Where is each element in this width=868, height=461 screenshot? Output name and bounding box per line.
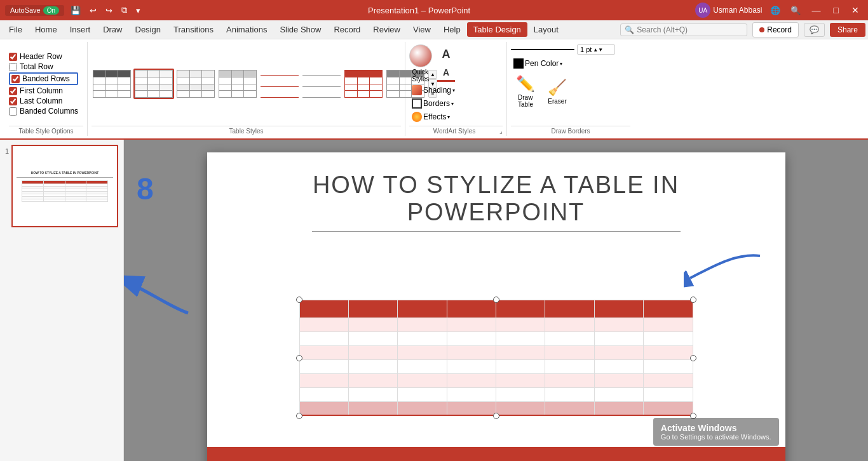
first-column-checkbox[interactable] bbox=[9, 87, 17, 95]
language-btn[interactable]: 🌐 bbox=[768, 4, 783, 17]
close-button[interactable]: ✕ bbox=[848, 4, 863, 17]
wordart-expand[interactable]: ⌟ bbox=[499, 128, 503, 135]
menu-file[interactable]: File bbox=[3, 22, 29, 37]
table-cell bbox=[545, 359, 594, 373]
table-style-4[interactable] bbox=[217, 69, 258, 99]
table-cell bbox=[594, 331, 643, 345]
table-cell bbox=[398, 300, 447, 317]
effects-icon bbox=[412, 112, 422, 122]
table-row bbox=[299, 359, 693, 373]
menu-table-design[interactable]: Table Design bbox=[467, 22, 527, 37]
menu-design[interactable]: Design bbox=[129, 22, 167, 37]
handle-middle-right[interactable] bbox=[690, 355, 696, 361]
banded-columns-checkbox[interactable] bbox=[9, 107, 17, 116]
table-cell bbox=[299, 345, 348, 359]
handle-bottom-left[interactable] bbox=[296, 413, 302, 419]
last-column-checkbox[interactable] bbox=[9, 97, 17, 105]
effects-label: Effects bbox=[423, 112, 446, 121]
eraser-icon: 🧹 bbox=[548, 79, 567, 97]
menu-record[interactable]: Record bbox=[327, 22, 367, 37]
pen-style-preview bbox=[511, 49, 574, 50]
save-button[interactable]: 💾 bbox=[68, 4, 83, 17]
slide-thumb-title: HOW TO STYLIZE A TABLE IN POWERPOINT bbox=[31, 171, 99, 175]
customize-qat-button[interactable]: ▾ bbox=[133, 4, 143, 17]
table-style-5[interactable] bbox=[259, 69, 300, 99]
comments-button[interactable]: 💬 bbox=[804, 23, 825, 37]
menu-layout[interactable]: Layout bbox=[527, 22, 565, 37]
arrow-annotation-1 bbox=[684, 250, 766, 288]
menu-review[interactable]: Review bbox=[367, 22, 407, 37]
quick-styles-container: QuickStyles bbox=[409, 44, 432, 83]
table-cell bbox=[447, 373, 496, 387]
user-area[interactable]: UA Usman Abbasi bbox=[695, 3, 762, 18]
handle-middle-left[interactable] bbox=[296, 355, 302, 361]
presentation-view-button[interactable]: ⧉ bbox=[119, 4, 130, 17]
header-row-checkbox[interactable] bbox=[9, 53, 17, 61]
wordart-body: QuickStyles A A Shading ▾ Borders ▾ bbox=[409, 44, 503, 123]
record-button[interactable]: Record bbox=[752, 22, 799, 37]
menu-draw[interactable]: Draw bbox=[97, 22, 128, 37]
borders-label: Borders bbox=[423, 99, 450, 108]
banded-columns-label: Banded Columns bbox=[20, 107, 78, 116]
draw-table-button[interactable]: ✏️ DrawTable bbox=[511, 72, 540, 110]
header-row-option[interactable]: Header Row bbox=[9, 52, 78, 61]
eraser-button[interactable]: 🧹 Eraser bbox=[543, 72, 572, 110]
search-btn[interactable]: 🔍 bbox=[788, 4, 803, 17]
table-cell bbox=[348, 373, 397, 387]
username: Usman Abbasi bbox=[713, 6, 762, 15]
pen-color-button[interactable]: Pen Color ▾ bbox=[511, 57, 565, 70]
table-cell bbox=[299, 359, 348, 373]
share-button[interactable]: Share bbox=[830, 23, 865, 37]
table-style-1[interactable] bbox=[92, 69, 132, 99]
pen-width-control[interactable]: 1 pt ▲▼ bbox=[577, 44, 615, 55]
text-color-a[interactable]: A bbox=[437, 45, 455, 63]
menu-home[interactable]: Home bbox=[29, 22, 64, 37]
redo-button[interactable]: ↪ bbox=[103, 4, 115, 17]
maximize-button[interactable]: □ bbox=[830, 4, 843, 17]
activate-title: Activate Windows bbox=[661, 423, 771, 433]
table-style-7[interactable] bbox=[343, 69, 384, 99]
menu-slideshow[interactable]: Slide Show bbox=[273, 22, 327, 37]
table-style-2[interactable] bbox=[133, 69, 174, 99]
menu-insert[interactable]: Insert bbox=[64, 22, 97, 37]
slide-thumb-divider bbox=[17, 177, 113, 178]
undo-button[interactable]: ↩ bbox=[87, 4, 99, 17]
table-cell bbox=[644, 387, 693, 401]
banded-rows-option[interactable]: Banded Rows bbox=[9, 72, 78, 85]
canvas-area: HOW TO STYLIZE A TABLE IN POWERPOINT bbox=[124, 140, 868, 461]
last-column-option[interactable]: Last Column bbox=[9, 97, 78, 105]
menu-transitions[interactable]: Transitions bbox=[167, 22, 220, 37]
slide-divider bbox=[312, 231, 681, 232]
handle-top-center[interactable] bbox=[493, 297, 499, 303]
table-style-3[interactable] bbox=[175, 69, 216, 99]
first-column-option[interactable]: First Column bbox=[9, 86, 78, 95]
table-style-6[interactable] bbox=[301, 69, 342, 99]
quick-styles-button[interactable] bbox=[409, 44, 432, 67]
menu-animations[interactable]: Animations bbox=[220, 22, 273, 37]
shading-button[interactable]: Shading ▾ bbox=[409, 84, 458, 97]
total-row-option[interactable]: Total Row bbox=[9, 62, 78, 71]
shading-dropdown-arrow: ▾ bbox=[452, 88, 455, 93]
banded-rows-checkbox[interactable] bbox=[11, 75, 20, 83]
menu-view[interactable]: View bbox=[407, 22, 437, 37]
total-row-checkbox[interactable] bbox=[9, 63, 17, 71]
effects-button[interactable]: Effects ▾ bbox=[409, 110, 458, 123]
header-row-label: Header Row bbox=[20, 52, 62, 61]
table-row bbox=[299, 387, 693, 401]
last-column-label: Last Column bbox=[20, 97, 62, 105]
table-styles-area: ▲ ▼ ≡ bbox=[92, 69, 438, 99]
text-fill-a[interactable]: A bbox=[437, 64, 455, 82]
table-cell bbox=[398, 373, 447, 387]
borders-button[interactable]: Borders ▾ bbox=[409, 97, 458, 110]
banded-columns-option[interactable]: Banded Columns bbox=[9, 107, 78, 116]
table-cell bbox=[594, 373, 643, 387]
table-style-options-group: Header Row Total Row Banded Rows First C… bbox=[5, 42, 88, 136]
minimize-button[interactable]: — bbox=[808, 4, 825, 17]
menu-help[interactable]: Help bbox=[437, 22, 467, 37]
handle-bottom-center[interactable] bbox=[493, 413, 499, 419]
handle-top-right[interactable] bbox=[690, 297, 696, 303]
handle-top-left[interactable] bbox=[296, 297, 302, 303]
search-input[interactable] bbox=[637, 25, 732, 34]
slide-thumbnail[interactable]: HOW TO STYLIZE A TABLE IN POWERPOINT bbox=[11, 145, 118, 227]
autosave-button[interactable]: AutoSave On bbox=[5, 5, 64, 16]
